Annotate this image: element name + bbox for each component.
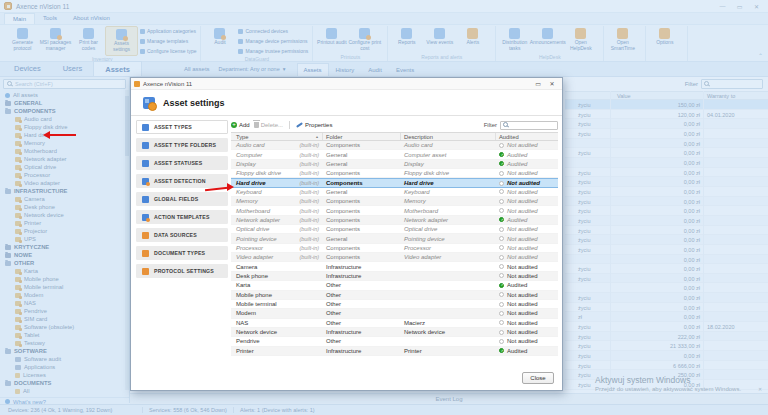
bg-asset-row[interactable]: życiu 0,00 zł <box>565 206 768 216</box>
ribbon-small-button[interactable]: Manage device permissions <box>238 37 308 45</box>
dialog-maximize-icon[interactable]: ▭ <box>531 80 545 87</box>
asset-type-row[interactable]: Printer Infrastructure Printer Audited <box>231 347 558 356</box>
asset-type-row[interactable]: NAS Other Macierz Not audited <box>231 319 558 328</box>
ribbon-small-button[interactable]: Manage trustee permissions <box>238 47 308 55</box>
tree-item[interactable]: Modem <box>0 291 129 299</box>
tree-item[interactable]: All assets <box>0 91 129 99</box>
settings-nav-item[interactable]: GLOBAL FIELDS <box>136 192 228 206</box>
tree-item[interactable]: Audio card <box>0 115 129 123</box>
asset-type-row[interactable]: Pendrive Other Not audited <box>231 337 558 346</box>
bg-filter-input[interactable] <box>701 79 763 89</box>
view-tab[interactable]: Assets <box>93 61 142 76</box>
asset-type-row[interactable]: Mobile terminal Other Not audited <box>231 300 558 309</box>
delete-button[interactable]: Delete... <box>254 122 283 128</box>
settings-nav-item[interactable]: DOCUMENT TYPES <box>136 246 228 260</box>
ribbon-tab[interactable]: Main <box>4 13 35 24</box>
bg-asset-row[interactable]: życiu 0,00 zł <box>565 351 768 361</box>
restore-icon[interactable]: ▭ <box>732 3 747 10</box>
asset-type-row[interactable]: Display (built-in) General Display Audit… <box>231 160 558 169</box>
asset-type-row[interactable]: Network device Infrastructure Network de… <box>231 328 558 337</box>
tree-item[interactable]: Mobile terminal <box>0 283 129 291</box>
tree-item[interactable]: Camera <box>0 195 129 203</box>
tree-item[interactable]: Network adapter <box>0 155 129 163</box>
asset-type-row[interactable]: Processor (built-in) Components Processo… <box>231 244 558 253</box>
ribbon-button[interactable]: Alerts <box>456 26 489 54</box>
tree-item[interactable]: Tablet <box>0 331 129 339</box>
bg-asset-row[interactable]: życiu 21 333,00 zł <box>565 341 768 351</box>
close-icon[interactable]: ✕ <box>749 3 764 10</box>
ribbon-small-button[interactable]: Connected devices <box>238 27 308 35</box>
ribbon-small-button[interactable]: Application categories <box>140 27 196 35</box>
bg-asset-row[interactable]: życiu 6 666,00 zł <box>565 361 768 371</box>
bg-asset-row[interactable]: życiu 0,00 zł <box>565 119 768 129</box>
bg-asset-row[interactable]: życiu 0,00 zł 18.02.2020 <box>565 322 768 332</box>
settings-nav-item[interactable]: ASSET TYPE FOLDERS <box>136 138 228 152</box>
bg-asset-row[interactable]: życiu 0,00 zł <box>565 264 768 274</box>
bg-asset-row[interactable]: życiu 0,00 zł <box>565 293 768 303</box>
tree-item[interactable]: NAS <box>0 299 129 307</box>
bg-asset-row[interactable]: życiu 0,00 zł <box>565 129 768 139</box>
settings-nav-item[interactable]: DATA SOURCES <box>136 228 228 242</box>
tree-item[interactable]: COMPONENTS <box>0 107 129 115</box>
ribbon-button[interactable]: Print bar codes <box>72 26 105 56</box>
ribbon-button[interactable]: View events <box>423 26 456 54</box>
asset-type-row[interactable]: Modem Other Not audited <box>231 309 558 318</box>
asset-type-row[interactable]: Desk phone Infrastructure Not audited <box>231 272 558 281</box>
dialog-close-icon[interactable]: ✕ <box>545 80 559 87</box>
asset-type-row[interactable]: Hard drive (built-in) Components Hard dr… <box>231 178 558 187</box>
settings-nav-item[interactable]: ASSET STATUSES <box>136 156 228 170</box>
bg-asset-row[interactable]: życiu 0,00 zł <box>565 148 768 158</box>
bg-asset-row[interactable]: życiu 0,00 zł <box>565 274 768 284</box>
bg-asset-row[interactable]: życiu 150,00 zł <box>565 100 768 110</box>
bg-asset-row[interactable]: życiu 0,00 zł <box>565 226 768 236</box>
asset-type-row[interactable]: Mobile phone Other Not audited <box>231 291 558 300</box>
tree-item[interactable]: GENERAL <box>0 99 129 107</box>
tree-item[interactable]: NOWE <box>0 251 129 259</box>
tree-item[interactable]: SOFTWARE <box>0 347 129 355</box>
asset-type-row[interactable]: Keyboard (built-in) General Keyboard Not… <box>231 188 558 197</box>
search-input[interactable] <box>15 81 122 87</box>
asset-type-row[interactable]: Audio card (built-in) Components Audio c… <box>231 141 558 150</box>
tree-item[interactable]: Licenses <box>0 371 129 379</box>
tree-item[interactable]: DOCUMENTS <box>0 379 129 387</box>
asset-type-row[interactable]: Karta Other Audited <box>231 281 558 290</box>
tree-item[interactable]: SIM card <box>0 315 129 323</box>
settings-nav-item[interactable]: ASSET TYPES <box>136 120 228 134</box>
asset-type-row[interactable]: Computer (built-in) General Computer ass… <box>231 150 558 159</box>
ribbon-button[interactable]: Announcements <box>531 26 564 54</box>
tree-item[interactable]: UPS <box>0 235 129 243</box>
bg-asset-row[interactable]: zł 0,00 zł <box>565 312 768 322</box>
ribbon-tab[interactable]: Tools <box>35 13 65 24</box>
settings-nav-item[interactable]: PROTOCOL SETTINGS <box>136 264 228 278</box>
ribbon-collapse-icon[interactable]: ⌃ <box>758 52 763 59</box>
ribbon-button[interactable]: Distribution tasks <box>498 26 531 54</box>
settings-nav-item[interactable]: ACTION TEMPLATES <box>136 210 228 224</box>
asset-type-row[interactable]: Memory (built-in) Components Memory Not … <box>231 197 558 206</box>
tree-item[interactable]: Memory <box>0 139 129 147</box>
asset-subtab[interactable]: History <box>329 63 362 76</box>
tree-item[interactable]: Mobile phone <box>0 275 129 283</box>
tree-item[interactable]: Software (obsolete) <box>0 323 129 331</box>
sidebar-search[interactable] <box>3 79 126 89</box>
properties-button[interactable]: Properties <box>296 122 332 128</box>
tree-item[interactable]: Testowy <box>0 339 129 347</box>
tree-item[interactable]: Printer <box>0 219 129 227</box>
asset-type-row[interactable]: Video adapter (built-in) Components Vide… <box>231 253 558 262</box>
tree-item[interactable]: Optical drive <box>0 163 129 171</box>
settings-nav-item[interactable]: ASSET DETECTION <box>136 174 228 188</box>
tree-item[interactable]: Video adapter <box>0 179 129 187</box>
ribbon-button[interactable]: Open HelpDesk <box>564 26 597 54</box>
tree-item[interactable]: INFRASTRUCTURE <box>0 187 129 195</box>
ribbon-button[interactable]: Assets settings <box>105 26 138 56</box>
sidebar-scrollbar[interactable] <box>125 90 129 390</box>
asset-type-row[interactable]: Motherboard (built-in) Components Mother… <box>231 206 558 215</box>
bg-asset-row[interactable]: życiu 0,00 zł <box>565 245 768 255</box>
asset-type-row[interactable]: Camera Infrastructure Not audited <box>231 262 558 271</box>
view-tab[interactable]: Devices <box>3 61 52 76</box>
tree-item[interactable]: Desk phone <box>0 203 129 211</box>
bg-asset-row[interactable]: 0,00 zł <box>565 283 768 293</box>
tree-item[interactable]: OTHER <box>0 259 129 267</box>
ribbon-button[interactable]: MSI packages manager <box>39 26 72 56</box>
tree-item[interactable]: Pendrive <box>0 307 129 315</box>
minimize-icon[interactable]: — <box>715 3 730 10</box>
